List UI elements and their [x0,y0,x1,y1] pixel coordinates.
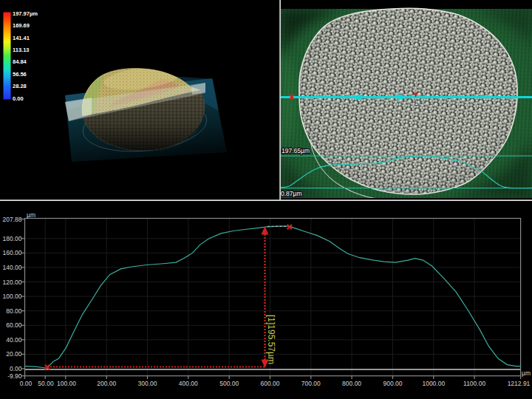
svg-text:84.84: 84.84 [13,58,27,65]
svg-text:0.00: 0.00 [10,365,22,372]
svg-text:800.00: 800.00 [342,380,361,387]
svg-text:160.00: 160.00 [3,249,22,256]
svg-text:180.00: 180.00 [3,235,22,242]
svg-text:200.00: 200.00 [97,380,116,387]
svg-text:-9.90: -9.90 [7,372,22,380]
svg-text:56.56: 56.56 [13,71,27,78]
svg-text:1100.00: 1100.00 [463,380,485,387]
svg-text:140.00: 140.00 [3,264,22,271]
svg-text:141.41: 141.41 [13,35,30,41]
svg-text:500.00: 500.00 [219,380,239,387]
svg-text:120.00: 120.00 [3,279,22,286]
svg-text:169.69: 169.69 [13,22,30,29]
svg-text:40.00: 40.00 [6,336,22,344]
svg-text:700.00: 700.00 [301,380,321,387]
svg-text:1212.91: 1212.91 [508,380,531,387]
svg-text:1: 1 [415,99,418,106]
svg-text:20.00: 20.00 [6,350,22,358]
svg-text:900.00: 900.00 [383,380,403,387]
svg-text:300.00: 300.00 [138,380,157,387]
svg-text:113.13: 113.13 [13,47,30,53]
svg-text:28.28: 28.28 [13,83,27,89]
svg-text:50.00: 50.00 [38,380,54,387]
svg-text:197.65µm: 197.65µm [282,147,310,154]
svg-text:1000.00: 1000.00 [422,380,445,387]
svg-text:80.00: 80.00 [6,307,22,315]
svg-text:400.00: 400.00 [179,380,198,387]
svg-text:60.00: 60.00 [6,321,22,329]
svg-text:µm: µm [27,211,35,219]
svg-text:600.00: 600.00 [261,380,280,387]
svg-text:0.00: 0.00 [20,380,33,387]
svg-text:[1]195.57µm: [1]195.57µm [266,315,276,364]
svg-text:197.97µm: 197.97µm [13,10,38,17]
svg-text:µm: µm [522,369,531,377]
svg-text:0.87µm: 0.87µm [281,190,302,197]
svg-text:207.88: 207.88 [3,216,22,223]
svg-text:100.00: 100.00 [57,380,76,387]
svg-text:100.00: 100.00 [3,293,22,300]
svg-text:0.00: 0.00 [13,95,24,102]
